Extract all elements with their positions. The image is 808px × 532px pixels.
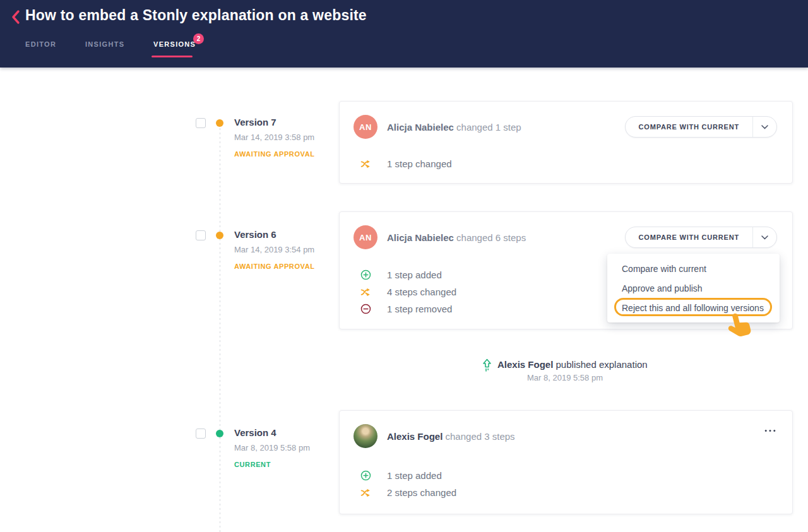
dropdown-toggle[interactable]	[753, 227, 776, 247]
version-entry-6: Version 6 Mar 14, 2019 3:54 pm AWAITING …	[196, 229, 341, 273]
change-label: 2 steps changed	[387, 487, 456, 498]
change-summary: changed 3 steps	[446, 431, 515, 442]
version-actions-menu: Compare with current Approve and publish…	[607, 254, 780, 322]
version-date: Mar 8, 2019 5:58 pm	[234, 443, 310, 452]
active-tab-underline	[152, 56, 193, 57]
compare-button-label: COMPARE WITH CURRENT	[626, 227, 752, 247]
version-status-badge: AWAITING APPROVAL	[234, 263, 315, 270]
more-options-button[interactable]	[762, 425, 778, 436]
timeline-dot-green	[216, 430, 223, 437]
plus-circle-icon	[360, 470, 371, 481]
card-heading: Alicja Nabielec changed 1 step	[387, 122, 521, 133]
minus-circle-icon	[360, 304, 371, 314]
published-action: published explanation	[556, 359, 648, 370]
version-name: Version 7	[234, 117, 276, 127]
compare-with-current-button[interactable]: COMPARE WITH CURRENT	[625, 116, 777, 138]
version-date: Mar 14, 2019 3:58 pm	[234, 133, 314, 142]
version-7-card: AN Alicja Nabielec changed 1 step COMPAR…	[339, 101, 793, 184]
version-name: Version 4	[234, 427, 276, 438]
version-name: Version 6	[234, 229, 276, 240]
avatar: AN	[354, 115, 377, 139]
versions-count-badge: 2	[193, 33, 204, 44]
version-date: Mar 14, 2019 3:54 pm	[234, 245, 314, 254]
ellipsis-icon	[764, 429, 776, 432]
tab-versions[interactable]: VERSIONS	[153, 40, 196, 48]
avatar: AN	[354, 225, 377, 249]
chevron-down-icon	[761, 235, 768, 240]
version-4-card: Alexis Fogel changed 3 steps 1 step adde…	[339, 410, 793, 514]
version-status-badge: CURRENT	[234, 461, 271, 468]
change-row: 1 step added	[360, 470, 442, 481]
shuffle-icon	[360, 287, 371, 297]
version-entry-7: Version 7 Mar 14, 2019 3:58 pm AWAITING …	[196, 117, 341, 161]
change-label: 4 steps changed	[387, 287, 456, 297]
app-header: How to embed a Stonly explanation on a w…	[0, 0, 808, 68]
dropdown-toggle[interactable]	[753, 117, 776, 137]
versions-page: How to embed a Stonly explanation on a w…	[0, 0, 808, 532]
compare-with-current-button[interactable]: COMPARE WITH CURRENT	[625, 227, 777, 248]
version-status-badge: AWAITING APPROVAL	[234, 150, 315, 158]
tab-insights[interactable]: INSIGHTS	[85, 40, 124, 48]
timeline-dot-orange	[216, 119, 223, 127]
change-label: 1 step added	[387, 269, 442, 280]
author-name: Alicja Nabielec	[387, 122, 454, 133]
card-heading: Alicja Nabielec changed 6 steps	[387, 232, 526, 243]
shuffle-icon	[360, 158, 371, 169]
menu-item-label: Reject this and all following versions	[622, 303, 764, 313]
menu-item-approve-and-publish[interactable]: Approve and publish	[607, 278, 780, 298]
published-date: Mar 8, 2019 5:58 pm	[486, 373, 644, 382]
back-button[interactable]	[8, 8, 24, 26]
timeline-dot-orange	[216, 232, 223, 239]
change-row: 1 step added	[360, 269, 442, 280]
change-label: 1 step changed	[387, 158, 452, 169]
author-name: Alexis Fogel	[497, 359, 553, 370]
page-title: How to embed a Stonly explanation on a w…	[25, 7, 367, 24]
version-4-checkbox[interactable]	[196, 429, 206, 439]
author-name: Alicja Nabielec	[387, 232, 454, 243]
card-heading: Alexis Fogel changed 3 steps	[387, 431, 515, 442]
avatar-photo	[354, 424, 377, 448]
change-row: 4 steps changed	[360, 287, 456, 297]
published-event-text: Alexis Fogel published explanation	[497, 359, 648, 370]
menu-item-compare-with-current[interactable]: Compare with current	[607, 259, 780, 278]
version-entry-4: Version 4 Mar 8, 2019 5:58 pm CURRENT	[196, 427, 341, 471]
compare-button-label: COMPARE WITH CURRENT	[626, 117, 752, 137]
change-row: 1 step removed	[360, 304, 452, 314]
chevron-down-icon	[761, 125, 768, 129]
version-7-checkbox[interactable]	[196, 118, 206, 128]
menu-item-reject-this-and-all-following-versions[interactable]: Reject this and all following versions	[607, 298, 780, 317]
change-row: 2 steps changed	[360, 487, 456, 498]
change-summary: changed 6 steps	[456, 232, 526, 243]
tab-editor[interactable]: EDITOR	[25, 40, 56, 48]
change-label: 1 step removed	[387, 304, 452, 314]
change-label: 1 step added	[387, 470, 442, 481]
plus-circle-icon	[360, 269, 371, 280]
back-chevron-icon	[11, 9, 21, 25]
shuffle-icon	[360, 487, 371, 498]
author-name: Alexis Fogel	[387, 431, 443, 442]
version-6-checkbox[interactable]	[196, 230, 206, 240]
published-event: Alexis Fogel published explanation Mar 8…	[339, 358, 793, 387]
change-row: 1 step changed	[360, 158, 452, 169]
